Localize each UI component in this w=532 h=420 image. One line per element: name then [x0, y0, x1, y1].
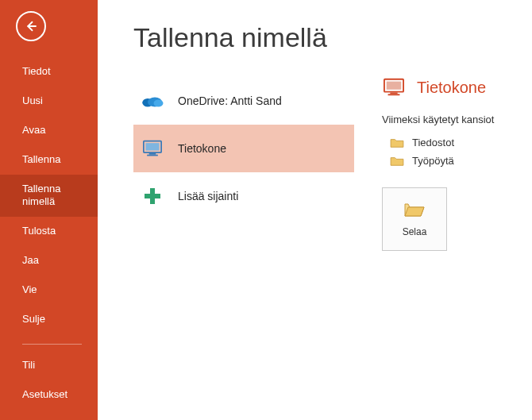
svg-rect-11 — [387, 82, 402, 90]
sidebar-item-account[interactable]: Tili — [0, 351, 98, 380]
svg-rect-12 — [390, 93, 397, 94]
svg-rect-5 — [145, 143, 159, 150]
location-label: Tietokone — [178, 142, 226, 155]
sidebar-item-options[interactable]: Asetukset — [0, 380, 98, 410]
location-onedrive[interactable]: OneDrive: Antti Sand — [133, 77, 354, 125]
sidebar-item-share[interactable]: Jaa — [0, 246, 98, 276]
add-icon — [140, 183, 165, 209]
sidebar-item-save[interactable]: Tallenna — [0, 145, 98, 175]
svg-rect-9 — [145, 194, 160, 198]
svg-rect-13 — [388, 94, 400, 95]
sidebar-item-open[interactable]: Avaa — [0, 116, 98, 145]
folder-label: Työpöytä — [412, 155, 454, 167]
svg-rect-6 — [149, 153, 156, 155]
details-header: Tietokone — [382, 77, 516, 98]
location-label: OneDrive: Antti Sand — [178, 94, 282, 107]
sidebar-item-info[interactable]: Tiedot — [0, 57, 98, 87]
recent-folders-heading: Viimeksi käytetyt kansiot — [382, 114, 516, 125]
location-add-place[interactable]: Lisää sijainti — [133, 172, 354, 220]
folder-label: Tiedostot — [412, 137, 454, 148]
browse-button[interactable]: Selaa — [382, 187, 447, 251]
back-arrow-icon — [24, 19, 38, 33]
location-label: Lisää sijainti — [178, 190, 238, 202]
sidebar-item-export[interactable]: Vie — [0, 276, 98, 305]
sidebar-divider — [22, 344, 82, 345]
sidebar-item-new[interactable]: Uusi — [0, 87, 98, 116]
open-folder-icon — [403, 201, 426, 218]
backstage-sidebar: Tiedot Uusi Avaa Tallenna Tallenna nimel… — [0, 0, 98, 420]
sidebar-item-save-as[interactable]: Tallenna nimellä — [0, 175, 98, 218]
location-computer[interactable]: Tietokone — [133, 125, 354, 172]
columns: OneDrive: Antti Sand Tietokone — [133, 77, 516, 251]
svg-point-3 — [154, 100, 164, 107]
onedrive-icon — [140, 88, 165, 114]
computer-icon — [140, 136, 165, 161]
recent-folder[interactable]: Tiedostot — [382, 133, 516, 152]
folder-icon — [390, 137, 404, 148]
locations-list: OneDrive: Antti Sand Tietokone — [133, 77, 354, 251]
browse-label: Selaa — [403, 226, 427, 237]
sidebar-item-print[interactable]: Tulosta — [0, 217, 98, 246]
page-title: Tallenna nimellä — [133, 22, 516, 53]
back-button[interactable] — [16, 11, 46, 41]
location-details: Tietokone Viimeksi käytetyt kansiot Tied… — [382, 77, 516, 251]
main-panel: Tallenna nimellä OneDrive: Antti Sand — [98, 0, 532, 420]
svg-rect-7 — [147, 155, 158, 156]
folder-icon — [390, 156, 404, 167]
recent-folder[interactable]: Työpöytä — [382, 152, 516, 170]
computer-icon — [382, 77, 406, 98]
sidebar-item-close[interactable]: Sulje — [0, 305, 98, 334]
details-title: Tietokone — [417, 79, 486, 97]
